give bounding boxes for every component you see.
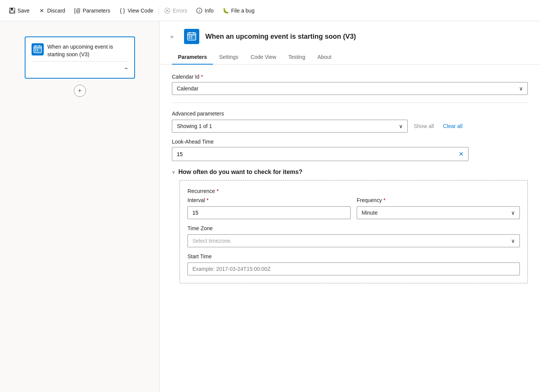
svg-text:[@]: [@] (74, 8, 80, 14)
calendar-id-label: Calendar Id * (172, 74, 528, 80)
svg-rect-16 (35, 51, 36, 51)
collapse-button[interactable]: » (166, 30, 178, 43)
panel-title: When an upcoming event is starting soon … (205, 33, 356, 41)
timezone-label: Time Zone (187, 225, 520, 231)
toolbar: Save ✕ Discard [@] Parameters { } View C… (0, 0, 540, 21)
recurrence-chevron-icon: ∨ (172, 169, 175, 175)
clear-look-ahead-button[interactable]: ✕ (454, 147, 468, 161)
interval-label: Interval * (187, 197, 351, 203)
frequency-label: Frequency * (357, 197, 520, 203)
recurrence-label: Recurrence * (187, 188, 520, 194)
main-layout: When an upcoming event is starting soon … (0, 21, 540, 392)
save-label: Save (17, 8, 30, 14)
svg-text:i: i (199, 9, 200, 13)
svg-rect-20 (187, 35, 196, 35)
panel-header: » When an upcoming event is starting soo… (160, 21, 540, 44)
clear-all-button[interactable]: Clear all (440, 120, 465, 132)
info-icon: i (196, 8, 202, 14)
start-time-label: Start Time (187, 253, 520, 259)
svg-rect-1 (11, 8, 13, 10)
svg-rect-23 (189, 36, 190, 37)
tabs: Parameters Settings Code View Testing Ab… (160, 50, 540, 65)
add-step-button[interactable]: + (74, 85, 86, 97)
frequency-group: Frequency * Minute ∨ (357, 197, 520, 219)
errors-icon (164, 8, 170, 14)
divider (172, 103, 528, 103)
recurrence-header[interactable]: ∨ How often do you want to check for ite… (172, 169, 528, 175)
tab-about[interactable]: About (311, 50, 338, 65)
tab-testing[interactable]: Testing (282, 50, 311, 65)
parameters-button[interactable]: [@] Parameters (70, 5, 114, 17)
bug-icon: 🐛 (223, 8, 229, 14)
save-button[interactable]: Save (5, 5, 34, 17)
start-time-input[interactable] (187, 262, 520, 275)
view-code-label: View Code (128, 8, 153, 14)
timezone-select[interactable]: Select timezone. ∨ (187, 234, 520, 247)
discard-icon: ✕ (39, 8, 45, 14)
flow-card-title: When an upcoming event is starting soon … (48, 43, 128, 58)
look-ahead-input[interactable] (172, 148, 454, 160)
recurrence-box: Recurrence * Interval * (179, 180, 528, 283)
advanced-params-row: Showing 1 of 1 ∨ Show all Clear all (172, 120, 528, 133)
advanced-params-label: Advanced parameters (172, 111, 528, 117)
parameters-icon: [@] (74, 8, 80, 14)
interval-group: Interval * (187, 197, 351, 219)
frequency-required-star: * (383, 197, 385, 203)
flow-card-footer: ⌁ (32, 61, 128, 72)
view-code-icon: { } (119, 8, 125, 14)
timezone-chevron-icon: ∨ (511, 238, 515, 244)
frequency-value: Minute (362, 210, 378, 216)
file-bug-label: File a bug (231, 8, 254, 14)
discard-button[interactable]: ✕ Discard (34, 5, 70, 17)
info-button[interactable]: i Info (192, 5, 218, 17)
frequency-select[interactable]: Minute ∨ (357, 206, 520, 219)
interval-freq-row: Interval * Frequency * Minute (187, 197, 520, 219)
svg-rect-26 (191, 38, 192, 38)
form-content: Calendar Id * Calendar ∨ Advanced parame… (160, 65, 540, 292)
left-panel: When an upcoming event is starting soon … (0, 21, 160, 392)
link-icon: ⌁ (124, 65, 128, 72)
showing-dropdown[interactable]: Showing 1 of 1 ∨ (172, 120, 408, 133)
showing-chevron-icon: ∨ (399, 123, 403, 129)
calendar-id-select[interactable]: Calendar ∨ (172, 82, 528, 95)
interval-required-star: * (206, 197, 208, 203)
svg-rect-24 (191, 36, 192, 37)
look-ahead-input-wrapper: ✕ (172, 147, 469, 161)
start-time-group: Start Time (187, 253, 520, 275)
errors-button[interactable]: Errors (160, 5, 192, 17)
timezone-group: Time Zone Select timezone. ∨ (187, 225, 520, 247)
flow-card-icon (32, 43, 44, 55)
panel-icon (184, 29, 199, 44)
tab-parameters[interactable]: Parameters (172, 50, 213, 65)
save-icon (9, 8, 15, 14)
flow-card[interactable]: When an upcoming event is starting soon … (25, 36, 135, 79)
file-bug-button[interactable]: 🐛 File a bug (218, 5, 259, 17)
svg-rect-17 (37, 51, 38, 51)
parameters-label: Parameters (83, 8, 110, 14)
discard-label: Discard (47, 8, 65, 14)
recurrence-section: ∨ How often do you want to check for ite… (172, 169, 528, 283)
svg-rect-25 (189, 38, 190, 38)
tab-code-view[interactable]: Code View (245, 50, 282, 65)
right-panel: » When an upcoming event is starting soo… (160, 21, 540, 392)
interval-input[interactable] (187, 206, 351, 219)
timezone-placeholder: Select timezone. (192, 238, 232, 244)
show-all-button[interactable]: Show all (411, 120, 437, 132)
look-ahead-label: Look-Ahead Time (172, 139, 528, 145)
svg-rect-15 (37, 49, 38, 50)
view-code-button[interactable]: { } View Code (115, 5, 158, 17)
required-star: * (201, 74, 203, 80)
recurrence-required-star: * (216, 188, 218, 194)
calendar-chevron-icon: ∨ (519, 85, 523, 92)
frequency-chevron-icon: ∨ (511, 210, 515, 216)
calendar-id-value: Calendar (177, 85, 199, 92)
svg-rect-2 (10, 11, 14, 13)
errors-label: Errors (173, 8, 187, 14)
flow-card-header: When an upcoming event is starting soon … (32, 43, 128, 58)
tab-settings[interactable]: Settings (213, 50, 245, 65)
toolbar-divider (159, 7, 159, 14)
recurrence-question: How often do you want to check for items… (178, 169, 302, 175)
showing-text: Showing 1 of 1 (177, 123, 212, 129)
svg-rect-14 (35, 49, 36, 50)
svg-rect-11 (34, 47, 41, 48)
